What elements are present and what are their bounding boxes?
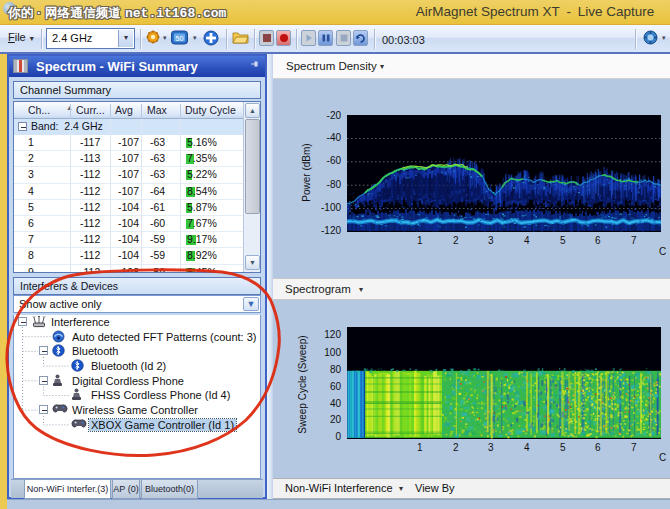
svg-text:50: 50 — [176, 35, 184, 42]
